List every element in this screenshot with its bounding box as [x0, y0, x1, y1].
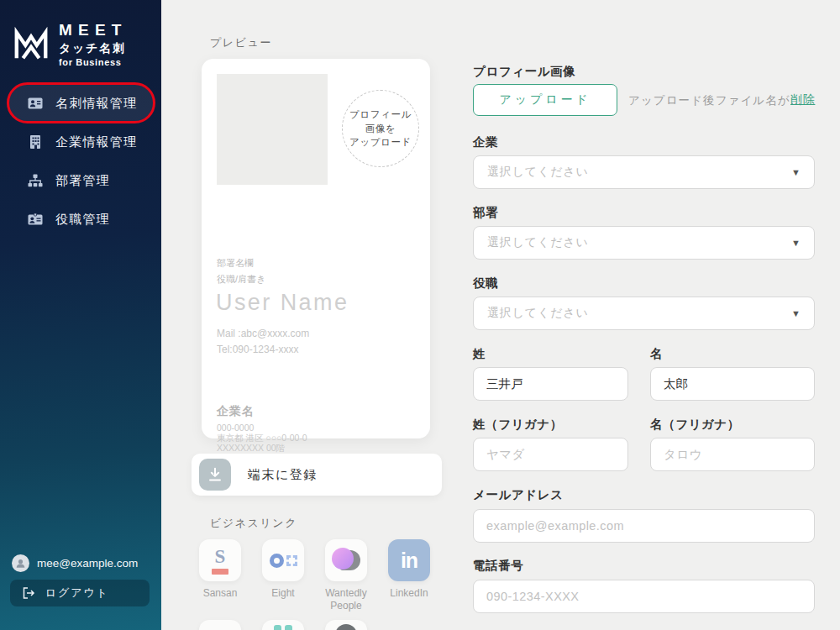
last-name-kana-label: 姓（フリガナ）: [473, 417, 563, 433]
sansan-icon: S: [215, 547, 226, 566]
card-user-name: User Name: [216, 290, 349, 316]
phone-input[interactable]: [473, 580, 815, 613]
profile-image-placeholder: [217, 74, 328, 185]
download-icon: [199, 459, 231, 491]
email-input[interactable]: [473, 509, 815, 543]
first-name-kana-input[interactable]: [650, 438, 815, 471]
upload-button[interactable]: アップロード: [473, 84, 617, 116]
user-avatar-icon: [12, 554, 29, 572]
org-chart-icon: [27, 172, 44, 189]
business-link-label: LinkedIn: [377, 587, 441, 600]
logout-label: ログアウト: [45, 585, 109, 601]
sidebar-item-label: 部署管理: [55, 173, 110, 189]
upload-note: アップロード後ファイル名が…: [628, 93, 802, 108]
sidebar-item-department-management[interactable]: 部署管理: [7, 161, 155, 200]
chevron-down-icon: ▼: [791, 238, 801, 248]
business-link-linkedin[interactable]: in: [388, 539, 430, 581]
sidebar-item-company-management[interactable]: 企業情報管理: [7, 123, 155, 161]
business-link-partial-1[interactable]: [199, 620, 241, 630]
business-link-eight[interactable]: [262, 539, 304, 581]
app-name: MEET: [59, 22, 128, 39]
company-label: 企業: [473, 134, 498, 150]
email-label: メールアドレス: [473, 487, 564, 503]
position-label: 役職: [473, 276, 498, 291]
register-to-device-button[interactable]: 端末に登録: [192, 454, 442, 496]
position-select[interactable]: 選択してください ▼: [473, 297, 815, 330]
building-icon: [27, 134, 44, 150]
sidebar-user: mee@example.com: [12, 554, 138, 572]
card-tel: Tel:090-1234-xxxx: [217, 344, 298, 355]
company-select[interactable]: 選択してください ▼: [473, 155, 815, 189]
chevron-down-icon: ▼: [791, 308, 801, 318]
business-card-icon: [27, 95, 44, 112]
first-name-label: 名: [650, 346, 663, 362]
department-select[interactable]: 選択してください ▼: [473, 226, 815, 260]
logout-icon: [22, 586, 35, 600]
position-select-placeholder: 選択してください: [487, 306, 589, 321]
upload-circle-line: プロフィール: [349, 108, 412, 122]
card-role-placeholder: 役職/肩書き: [217, 273, 265, 286]
app-tagline: for Business: [59, 57, 128, 67]
last-name-label: 姓: [473, 346, 486, 362]
card-company-name: 企業名: [217, 404, 255, 419]
sidebar-item-business-card-management[interactable]: 名刺情報管理: [7, 84, 155, 123]
linkedin-icon: in: [401, 549, 417, 573]
register-to-device-label: 端末に登録: [248, 467, 318, 483]
phone-label: 電話番号: [473, 558, 523, 574]
upload-circle-line: 画像を: [365, 122, 396, 136]
chevron-down-icon: ▼: [791, 167, 801, 177]
profile-image-upload-circle[interactable]: プロフィール 画像を アップロード: [342, 90, 419, 167]
delete-link[interactable]: 削除: [790, 92, 815, 108]
last-name-kana-input[interactable]: [473, 438, 628, 471]
sidebar-item-label: 役職管理: [55, 212, 110, 228]
sidebar-menu: 名刺情報管理 企業情報管理: [0, 84, 161, 239]
business-link-label: Eight: [251, 587, 315, 600]
meet-logo-icon: [12, 25, 50, 64]
last-name-input[interactable]: [473, 367, 628, 401]
business-links-title: ビジネスリンク: [210, 516, 297, 531]
app-window: MEET タッチ名刺 for Business 名刺情報管理: [0, 0, 840, 630]
app-subtitle: タッチ名刺: [59, 41, 128, 56]
business-link-label: Sansan: [188, 587, 252, 600]
first-name-input[interactable]: [650, 367, 815, 401]
business-link-partial-2[interactable]: [262, 620, 304, 630]
card-department-placeholder: 部署名欄: [217, 257, 254, 270]
business-link-sansan[interactable]: S: [199, 539, 241, 581]
sidebar: MEET タッチ名刺 for Business 名刺情報管理: [0, 0, 161, 630]
preview-title: プレビュー: [210, 35, 272, 50]
eight-icon: [270, 554, 297, 568]
profile-image-label: プロフィール画像: [473, 64, 575, 80]
card-mail: Mail :abc@xxxx.com: [217, 328, 309, 339]
department-select-placeholder: 選択してください: [487, 235, 589, 250]
app-logo: MEET タッチ名刺 for Business: [12, 22, 128, 67]
first-name-kana-label: 名（フリガナ）: [650, 417, 740, 433]
sidebar-item-label: 名刺情報管理: [55, 96, 137, 112]
business-link-wantedly-people[interactable]: [325, 539, 367, 581]
upload-circle-line: アップロード: [349, 135, 412, 150]
partial-link-icon: [274, 625, 292, 630]
department-label: 部署: [473, 205, 498, 221]
business-link-partial-3[interactable]: [325, 620, 367, 630]
company-select-placeholder: 選択してください: [487, 165, 589, 180]
card-address-line2: XXXXXXXX 00階: [217, 443, 285, 454]
app-logo-text: MEET タッチ名刺 for Business: [59, 22, 128, 67]
wantedly-people-icon: [332, 548, 360, 573]
sidebar-item-label: 企業情報管理: [55, 134, 137, 150]
partial-link-icon: [335, 624, 357, 630]
card-postal-code: 000-0000: [217, 423, 254, 433]
logout-button[interactable]: ログアウト: [10, 580, 150, 606]
sidebar-item-position-management[interactable]: 役職管理: [7, 200, 155, 239]
business-card-preview: プロフィール 画像を アップロード 部署名欄 役職/肩書き User Name …: [202, 59, 430, 438]
business-link-label: Wantedly People: [314, 587, 378, 612]
id-badge-icon: [27, 211, 44, 228]
user-email: mee@example.com: [37, 557, 138, 570]
sansan-icon-bar: [212, 569, 228, 575]
